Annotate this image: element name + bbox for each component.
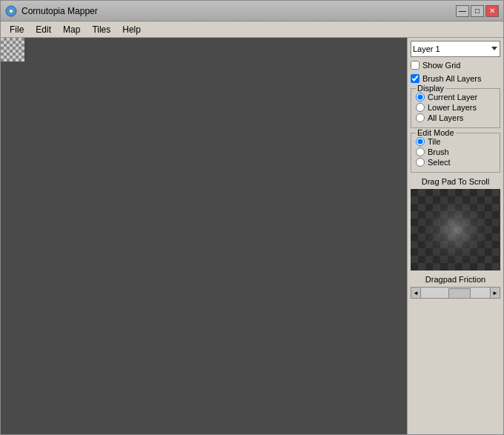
friction-scrollbar: ◄ ►: [411, 287, 500, 299]
edit-brush-radio[interactable]: [416, 147, 425, 156]
checker-corner: [1, 38, 24, 62]
menu-edit[interactable]: Edit: [30, 23, 57, 36]
menu-map[interactable]: Map: [57, 23, 86, 36]
title-bar: Cornutopia Mapper — □ ✕: [1, 1, 503, 21]
dragpad-canvas: [411, 189, 500, 270]
edit-mode-group: Edit Mode Tile Brush Select: [411, 133, 500, 173]
dragpad-label: Drag Pad To Scroll: [411, 177, 500, 186]
main-content: Layer 1 Show Grid Brush All Layers Displ…: [1, 38, 503, 434]
app-icon: [5, 5, 17, 17]
svg-point-1: [10, 10, 13, 13]
edit-brush-label: Brush: [428, 147, 449, 156]
minimize-button[interactable]: —: [456, 5, 469, 17]
display-current-layer-radio[interactable]: [416, 93, 425, 102]
friction-scroll-left[interactable]: ◄: [411, 287, 421, 299]
layer-select[interactable]: Layer 1: [411, 41, 500, 57]
show-grid-row: Show Grid: [411, 60, 500, 70]
display-lower-layers-radio[interactable]: [416, 103, 425, 112]
display-lower-layers-label: Lower Layers: [428, 103, 477, 112]
edit-tile-row: Tile: [416, 136, 495, 147]
close-button[interactable]: ✕: [485, 5, 499, 17]
display-all-layers-row: All Layers: [416, 113, 495, 123]
brush-all-layers-checkbox[interactable]: [411, 74, 420, 83]
edit-select-radio[interactable]: [416, 158, 425, 167]
menu-file[interactable]: File: [4, 23, 30, 36]
dragpad[interactable]: [411, 189, 500, 270]
sidebar: Layer 1 Show Grid Brush All Layers Displ…: [407, 38, 503, 434]
friction-label: Dragpad Friction: [411, 275, 500, 284]
maximize-button[interactable]: □: [471, 5, 484, 17]
menu-tiles[interactable]: Tiles: [86, 23, 116, 36]
friction-scroll-thumb[interactable]: [448, 288, 471, 299]
edit-select-label: Select: [428, 158, 451, 167]
menu-help[interactable]: Help: [116, 23, 147, 36]
edit-brush-row: Brush: [416, 147, 495, 157]
title-bar-left: Cornutopia Mapper: [5, 5, 98, 17]
canvas-area[interactable]: [1, 38, 407, 434]
friction-scroll-track[interactable]: [421, 287, 490, 299]
edit-tile-radio[interactable]: [416, 137, 425, 146]
display-lower-layers-row: Lower Layers: [416, 102, 495, 113]
edit-tile-label: Tile: [428, 137, 440, 146]
show-grid-checkbox[interactable]: [411, 61, 420, 70]
main-window: Cornutopia Mapper — □ ✕ File Edit Map Ti…: [0, 0, 504, 435]
brush-all-layers-row: Brush All Layers: [411, 73, 500, 84]
show-grid-label: Show Grid: [422, 61, 460, 70]
edit-mode-group-label: Edit Mode: [416, 128, 456, 137]
display-group: Display Current Layer Lower Layers All L…: [411, 88, 500, 128]
display-current-layer-row: Current Layer: [416, 92, 495, 102]
brush-all-layers-label: Brush All Layers: [422, 74, 481, 83]
display-current-layer-label: Current Layer: [428, 93, 477, 102]
display-group-label: Display: [416, 84, 445, 93]
display-all-layers-radio[interactable]: [416, 113, 425, 122]
menu-bar: File Edit Map Tiles Help: [1, 21, 503, 38]
window-title: Cornutopia Mapper: [21, 6, 98, 16]
edit-select-row: Select: [416, 157, 495, 167]
friction-scroll-right[interactable]: ►: [490, 287, 500, 299]
window-controls: — □ ✕: [456, 5, 499, 17]
display-all-layers-label: All Layers: [428, 113, 463, 122]
